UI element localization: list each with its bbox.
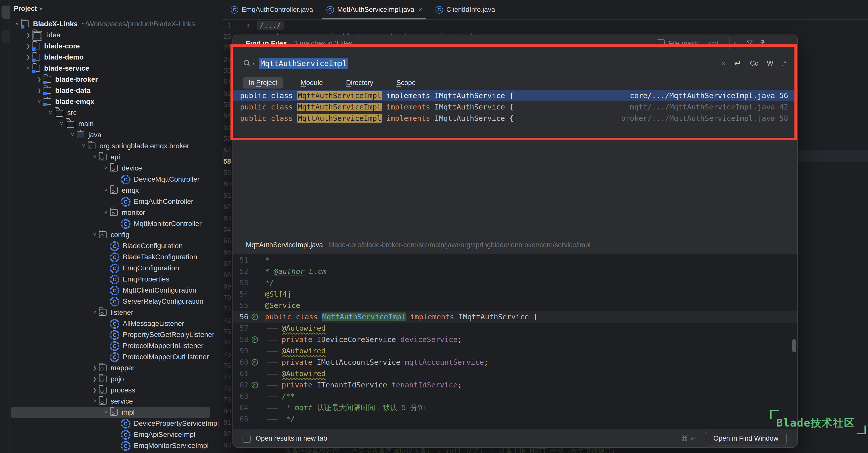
tree-item-src[interactable]: ˅src bbox=[46, 107, 76, 118]
chevron-expanded-icon[interactable]: ˅ bbox=[102, 165, 110, 171]
tree-item-config[interactable]: ˅config bbox=[91, 229, 129, 240]
preview-header: MqttAuthServiceImpl.java blade-core/blad… bbox=[233, 236, 798, 254]
tree-item-blade-broker[interactable]: ❯blade-broker bbox=[35, 74, 98, 85]
gutter-line-number: 68 bbox=[222, 270, 231, 281]
chevron-expanded-icon[interactable]: ˅ bbox=[25, 65, 32, 72]
tree-item-emqx[interactable]: ˅emqx bbox=[102, 185, 139, 196]
tree-item-devicepropertyserviceimpl[interactable]: CDevicePropertyServiceImpl bbox=[113, 418, 219, 429]
tree-item-impl[interactable]: ˅impl bbox=[102, 407, 134, 418]
project-panel-header[interactable]: Project ˅ bbox=[14, 3, 42, 14]
tree-item-blade-demo[interactable]: ❯blade-demo bbox=[25, 52, 84, 63]
chevron-expanded-icon[interactable]: ˅ bbox=[102, 409, 110, 416]
chevron-expanded-icon[interactable]: ˅ bbox=[91, 309, 98, 316]
chevron-expanded-icon[interactable]: ˅ bbox=[80, 143, 87, 149]
tab-mqttauthserviceimpl-java[interactable]: CMqttAuthServiceImpl.java× bbox=[320, 0, 429, 20]
folder-folder-icon bbox=[32, 31, 42, 40]
gutter-line-number: 62 bbox=[222, 201, 231, 213]
preview-editor[interactable]: 51 *52 * @author L.cm53 */54@Slf4j55@Ser… bbox=[233, 254, 798, 429]
chevron-expanded-icon[interactable]: ˅ bbox=[46, 110, 54, 116]
tab-emqauthcontroller-java[interactable]: CEmqAuthController.java bbox=[224, 0, 320, 20]
tree-item-java[interactable]: ˅java bbox=[69, 130, 101, 141]
chevron-expanded-icon[interactable]: ˅ bbox=[102, 187, 110, 194]
tree-item-process[interactable]: ❯process bbox=[91, 385, 135, 396]
tab-clientidinfo-java[interactable]: CClientIdInfo.java bbox=[429, 0, 502, 20]
tree-item-listener[interactable]: ˅listener bbox=[91, 307, 133, 318]
tree-item-label: blade-emqx bbox=[55, 96, 94, 107]
class-icon: C bbox=[110, 242, 119, 251]
tree-item-protocolmapperoutlistener[interactable]: CProtocolMapperOutListener bbox=[102, 351, 209, 363]
tree-item-bladeconfiguration[interactable]: CBladeConfiguration bbox=[102, 240, 183, 252]
chevron-collapsed-icon[interactable]: ❯ bbox=[35, 88, 43, 93]
chevron-expanded-icon[interactable]: ˅ bbox=[58, 120, 65, 127]
chevron-expanded-icon[interactable]: ˅ bbox=[91, 154, 98, 161]
tree-item-emqauthcontroller[interactable]: CEmqAuthController bbox=[113, 196, 193, 207]
class-icon: C bbox=[110, 330, 119, 340]
chevron-expanded-icon[interactable]: ˅ bbox=[69, 132, 76, 138]
class-icon: C bbox=[110, 253, 119, 262]
tree-item-label: blade-demo bbox=[44, 52, 84, 63]
class-icon: C bbox=[110, 319, 119, 329]
chevron-expanded-icon[interactable]: ˅ bbox=[35, 98, 43, 105]
code-token: ; bbox=[484, 358, 488, 367]
preview-code-line: 55@Service bbox=[233, 300, 798, 311]
tree-item-service[interactable]: ˅service bbox=[91, 396, 133, 407]
chevron-collapsed-icon[interactable]: ❯ bbox=[25, 44, 32, 49]
code-token: L.cm bbox=[305, 267, 327, 276]
tree-item-blade-data[interactable]: ❯blade-data bbox=[35, 85, 90, 96]
src-folder-icon bbox=[76, 131, 85, 139]
fold-chevron-icon[interactable]: > bbox=[247, 22, 251, 29]
tree-item-blade-service[interactable]: ˅blade-service bbox=[25, 63, 89, 74]
tree-item-mqttmonitorcontroller[interactable]: CMqttMonitorController bbox=[113, 218, 202, 229]
preview-code-line: 62private ITenantIdService tenantIdServi… bbox=[233, 379, 798, 391]
chevron-collapsed-icon[interactable]: ❯ bbox=[91, 376, 98, 382]
folded-code-placeholder[interactable]: /.../ bbox=[257, 21, 284, 30]
tree-item-propertysetgetreplylistener[interactable]: CPropertySetGetReplyListener bbox=[102, 329, 214, 340]
tree-item-bladex-links[interactable]: ˅BladeX-Links~/Workspaces/product/BladeX… bbox=[13, 19, 195, 29]
tree-item-org.springblade.emqx.broker[interactable]: ˅org.springblade.emqx.broker bbox=[80, 141, 189, 151]
tree-item-bladetaskconfiguration[interactable]: CBladeTaskConfiguration bbox=[102, 252, 197, 262]
spring-bean-icon[interactable] bbox=[251, 381, 259, 389]
tree-item-mapper[interactable]: ❯mapper bbox=[91, 363, 134, 373]
tree-item-emqproperties[interactable]: CEmqProperties bbox=[102, 274, 169, 285]
chevron-expanded-icon[interactable]: ˅ bbox=[91, 231, 98, 238]
tree-item-blade-core[interactable]: ❯blade-core bbox=[25, 40, 80, 52]
tree-item-monitor[interactable]: ˅monitor bbox=[102, 207, 145, 218]
tree-item-emqapiserviceimpl[interactable]: CEmqApiServiceImpl bbox=[113, 429, 195, 440]
tree-item-emqconfiguration[interactable]: CEmqConfiguration bbox=[102, 262, 179, 274]
tree-item-devicemqttcontroller[interactable]: CDeviceMqttController bbox=[113, 174, 199, 185]
close-icon[interactable]: × bbox=[418, 6, 422, 13]
shortcut-hint: ⌘ ↵ bbox=[681, 434, 697, 443]
chevron-collapsed-icon[interactable]: ❯ bbox=[25, 32, 32, 38]
chevron-collapsed-icon[interactable]: ❯ bbox=[91, 388, 98, 393]
gutter-line-number: 81 bbox=[222, 417, 231, 428]
tree-item-label: .idea bbox=[45, 29, 60, 40]
preview-line-number: 53 bbox=[233, 277, 248, 288]
tree-item-api[interactable]: ˅api bbox=[91, 151, 120, 163]
open-results-new-tab-checkbox[interactable] bbox=[243, 434, 251, 443]
tree-item-.idea[interactable]: ❯.idea bbox=[25, 29, 60, 40]
chevron-collapsed-icon[interactable]: ❯ bbox=[25, 55, 32, 60]
spring-bean-icon[interactable] bbox=[251, 313, 259, 321]
method-separator bbox=[267, 408, 278, 408]
tree-item-serverrelayconfiguration[interactable]: CServerRelayConfiguration bbox=[102, 296, 204, 307]
tree-item-device[interactable]: ˅device bbox=[102, 163, 142, 174]
preview-scrollbar-thumb[interactable] bbox=[792, 339, 796, 352]
tree-item-label: DeviceMqttController bbox=[134, 174, 199, 185]
tree-item-main[interactable]: ˅main bbox=[58, 118, 94, 130]
tree-item-pojo[interactable]: ❯pojo bbox=[91, 373, 124, 385]
spring-bean-icon[interactable] bbox=[251, 336, 259, 343]
tree-item-label: ProtocolMapperInListener bbox=[123, 340, 204, 351]
tree-item-emqmonitorserviceimpl[interactable]: CEmqMonitorServiceImpl bbox=[113, 440, 209, 451]
chevron-expanded-icon[interactable]: ˅ bbox=[102, 209, 110, 216]
tab-label: MqttAuthServiceImpl.java bbox=[337, 6, 414, 13]
chevron-expanded-icon[interactable]: ˅ bbox=[91, 398, 98, 404]
chevron-expanded-icon[interactable]: ˅ bbox=[13, 21, 21, 27]
tree-item-mqttclientconfiguration[interactable]: CMqttClientConfiguration bbox=[102, 285, 196, 296]
code-token: IMqttAccountService bbox=[317, 358, 405, 367]
tree-item-allmessagelistener[interactable]: CAllMessageListener bbox=[102, 318, 184, 329]
spring-bean-icon[interactable] bbox=[251, 359, 259, 366]
tree-item-blade-emqx[interactable]: ˅blade-emqx bbox=[35, 96, 94, 107]
tree-item-protocolmapperinlistener[interactable]: CProtocolMapperInListener bbox=[102, 340, 204, 351]
chevron-collapsed-icon[interactable]: ❯ bbox=[35, 77, 43, 82]
chevron-collapsed-icon[interactable]: ❯ bbox=[91, 365, 98, 371]
